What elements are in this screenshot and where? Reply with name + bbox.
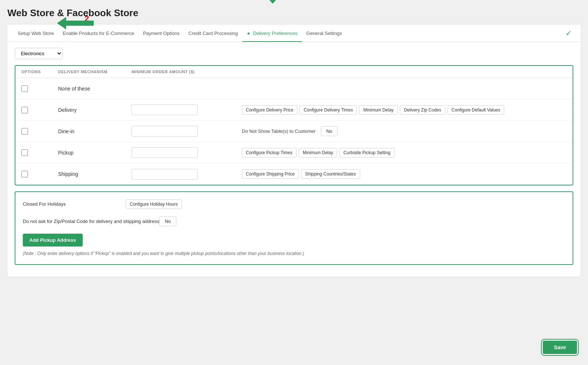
tab-payment[interactable]: Payment Options (139, 25, 184, 42)
page-title: Web Store & Facebook Store (7, 7, 581, 19)
pickup-minimum-delay-button[interactable]: Minimum Delay (299, 148, 337, 157)
shipping-checkbox-cell (21, 171, 58, 177)
table-header: OPTIONS DELIVERY MECHANISM MINIMUM ORDER… (15, 66, 573, 78)
pickup-input-cell (132, 147, 198, 158)
none-checkbox-cell (21, 85, 58, 92)
svg-marker-1 (266, 0, 279, 4)
configure-holiday-hours-button[interactable]: Configure Holiday Hours (126, 199, 182, 209)
annotation-arrow-1: 1 (255, 0, 285, 4)
tab-setup[interactable]: Setup Web Store (13, 25, 58, 42)
zipcode-label: Do not ask for Zip/Postal Code for deliv… (23, 218, 159, 225)
header-minimum: MINIMUM ORDER AMOUNT ($) (132, 70, 242, 74)
tab-enable[interactable]: Enable Products for E-Commerce (58, 25, 139, 42)
dinein-actions: Do Not Show Table(s) to Customer No (242, 126, 567, 136)
delivery-checkbox-cell (21, 107, 58, 113)
pickup-note: (Note : Only enter delivery options if "… (23, 250, 565, 257)
save-container: Save (543, 341, 577, 354)
shipping-checkbox[interactable] (21, 171, 28, 177)
configure-shipping-price-button[interactable]: Configure Shipping Price (242, 169, 299, 179)
shipping-input-cell (132, 169, 198, 180)
table-row: Dine-in Do Not Show Table(s) to Customer… (15, 121, 573, 142)
curbside-pickup-setting-button[interactable]: Curbside Pickup Setting (339, 148, 394, 157)
configure-delivery-times-button[interactable]: Configure Delivery Times (300, 105, 357, 115)
dinein-min-order[interactable] (132, 126, 198, 137)
configure-default-values-button[interactable]: Configure Default Values (448, 105, 505, 115)
tab-credit[interactable]: Credit Card Processing (184, 25, 242, 42)
dinein-table-label: Do Not Show Table(s) to Customer (242, 128, 316, 134)
holidays-label: Closed For Holidays (23, 201, 126, 208)
table-row: None of these (15, 78, 573, 99)
shipping-label: Shipping (58, 171, 132, 177)
shipping-countries-button[interactable]: Shipping Countries/States (301, 169, 360, 179)
delivery-minimum-delay-button[interactable]: Minimum Delay (359, 105, 398, 115)
check-circle-icon[interactable]: ✓ (563, 26, 575, 40)
delivery-table: OPTIONS DELIVERY MECHANISM MINIMUM ORDER… (15, 65, 573, 185)
dinein-checkbox-cell (21, 128, 58, 135)
main-card: Setup Web Store Enable Products for E-Co… (7, 25, 581, 277)
zipcode-row: Do not ask for Zip/Postal Code for deliv… (23, 216, 565, 226)
delivery-zip-codes-button[interactable]: Delivery Zip Codes (400, 105, 445, 115)
zipcode-toggle-button[interactable]: No (159, 216, 176, 226)
delivery-input-cell (132, 104, 198, 115)
header-actions (242, 70, 567, 74)
dinein-label: Dine-in (58, 128, 132, 134)
shipping-actions: Configure Shipping Price Shipping Countr… (242, 169, 567, 179)
add-pickup-address-button[interactable]: Add Pickup Address (23, 234, 83, 247)
store-select-container: Electronics Store 2 Store 3 (15, 48, 573, 59)
bottom-section: Closed For Holidays Configure Holiday Ho… (15, 191, 573, 265)
delivery-actions: Configure Delivery Price Configure Deliv… (242, 105, 567, 115)
header-options: OPTIONS (21, 70, 58, 74)
delivery-label: Delivery (58, 107, 132, 113)
none-checkbox[interactable] (21, 85, 28, 92)
none-label: None of these (58, 86, 132, 92)
store-dropdown[interactable]: Electronics Store 2 Store 3 (15, 48, 62, 59)
tab-general[interactable]: General Settings (302, 25, 347, 42)
table-row: Shipping Configure Shipping Price Shippi… (15, 163, 573, 185)
pickup-actions: Configure Pickup Times Minimum Delay Cur… (242, 148, 567, 157)
table-row: Delivery Configure Delivery Price Config… (15, 99, 573, 121)
star-icon: ★ (247, 31, 251, 36)
save-button[interactable]: Save (543, 341, 577, 354)
header-mechanism: DELIVERY MECHANISM (58, 70, 132, 74)
pickup-min-order[interactable] (132, 147, 198, 158)
configure-delivery-price-button[interactable]: Configure Delivery Price (242, 105, 297, 115)
table-row: Pickup Configure Pickup Times Minimum De… (15, 142, 573, 163)
nav-tabs: Setup Web Store Enable Products for E-Co… (7, 25, 581, 42)
add-pickup-section: Add Pickup Address (Note : Only enter de… (23, 234, 565, 257)
holidays-row: Closed For Holidays Configure Holiday Ho… (23, 199, 565, 209)
page-wrapper: 1 2 Web Store & Facebook Store Setup Web… (0, 0, 588, 365)
pickup-checkbox[interactable] (21, 149, 28, 156)
dinein-input-cell (132, 126, 198, 137)
dinein-toggle-button[interactable]: No (321, 126, 338, 136)
configure-pickup-times-button[interactable]: Configure Pickup Times (242, 148, 297, 157)
tab-delivery[interactable]: ★ Delivery Preferences (242, 25, 302, 42)
delivery-checkbox[interactable] (21, 107, 28, 113)
shipping-min-order[interactable] (132, 169, 198, 180)
pickup-checkbox-cell (21, 149, 58, 156)
content-area: Electronics Store 2 Store 3 OPTIONS DELI… (7, 42, 581, 277)
delivery-min-order[interactable] (132, 104, 198, 115)
pickup-label: Pickup (58, 150, 132, 156)
dinein-checkbox[interactable] (21, 128, 28, 135)
